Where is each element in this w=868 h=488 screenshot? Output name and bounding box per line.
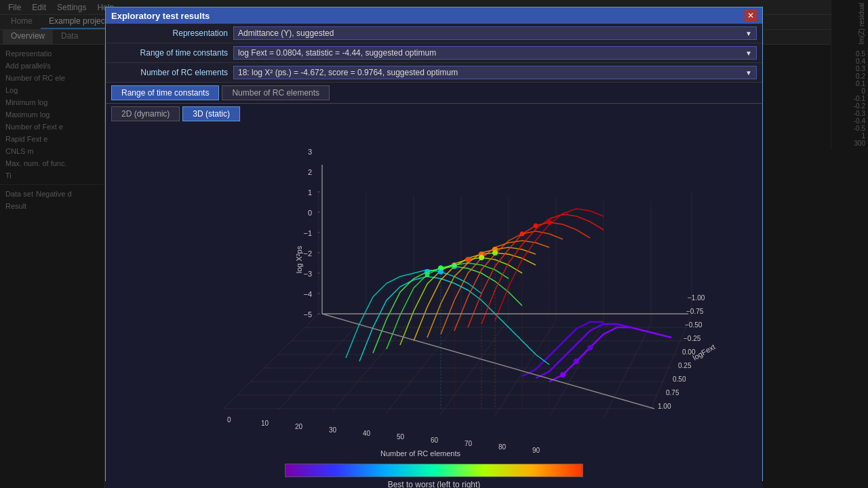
rc-elements-row: Number of RC elements 18: log X² (ps.) =… (106, 63, 762, 83)
colorbar (285, 464, 583, 477)
svg-text:70: 70 (465, 440, 473, 447)
colorbar-label: Best to worst (left to right) (388, 480, 481, 488)
svg-text:−4: −4 (303, 290, 312, 298)
svg-text:−0.75: −0.75 (686, 308, 704, 315)
rc-elements-label: Number of RC elements (111, 68, 233, 77)
chart-svg: −5 −4 −3 −2 −1 0 1 2 3 log X²ps 0 10 20 … (106, 124, 762, 456)
dialog-view-tabs: 2D (dynamic) 3D (static) (106, 104, 762, 124)
svg-text:0.50: 0.50 (673, 375, 686, 383)
time-constants-label: Range of time constants (111, 48, 233, 58)
colorbar-container: Best to worst (left to right) (106, 458, 762, 488)
chevron-down-icon (745, 28, 752, 38)
time-constants-dropdown[interactable]: log Fext = 0.0804, statistic = -4.44, su… (233, 46, 757, 60)
dialog-titlebar: Exploratory test results ✕ (106, 7, 762, 24)
svg-text:−5: −5 (303, 310, 312, 319)
svg-point-87 (560, 372, 566, 378)
svg-text:1: 1 (308, 188, 312, 197)
svg-text:20: 20 (295, 423, 303, 430)
svg-text:3: 3 (308, 148, 312, 156)
svg-text:10: 10 (261, 420, 269, 427)
svg-text:0: 0 (308, 209, 312, 217)
dialog-title: Exploratory test results (111, 11, 210, 21)
representation-value: Admittance (Y), suggested (238, 28, 334, 38)
svg-text:0.25: 0.25 (678, 362, 692, 369)
svg-text:−1.00: −1.00 (688, 294, 705, 302)
tab-2d-dynamic[interactable]: 2D (dynamic) (111, 106, 180, 121)
dialog: Exploratory test results ✕ Representatio… (105, 7, 763, 481)
svg-text:90: 90 (532, 447, 540, 454)
svg-text:log X²ps: log X²ps (295, 245, 303, 273)
svg-text:40: 40 (363, 430, 371, 437)
svg-text:−3: −3 (303, 270, 312, 278)
svg-text:60: 60 (431, 436, 439, 444)
chevron-down-icon-3 (745, 68, 752, 77)
representation-dropdown[interactable]: Admittance (Y), suggested (233, 26, 757, 40)
svg-point-88 (574, 359, 579, 364)
svg-text:1.00: 1.00 (658, 403, 671, 410)
dialog-close-button[interactable]: ✕ (745, 9, 757, 22)
svg-point-85 (439, 266, 443, 270)
time-constants-row: Range of time constants log Fext = 0.080… (106, 43, 762, 63)
svg-point-80 (534, 224, 538, 228)
rc-elements-dropdown[interactable]: 18: log X² (ps.) = -4.672, score = 0.976… (233, 66, 757, 79)
svg-point-66 (465, 257, 471, 262)
svg-text:−0.50: −0.50 (685, 321, 703, 329)
svg-text:Number of RC elements: Number of RC elements (380, 449, 460, 456)
svg-text:2: 2 (308, 168, 312, 176)
representation-label: Representation (111, 28, 233, 38)
svg-text:0.75: 0.75 (666, 389, 679, 396)
svg-text:−2: −2 (303, 249, 312, 258)
svg-point-86 (452, 263, 457, 268)
chart-svg-container: −5 −4 −3 −2 −1 0 1 2 3 log X²ps 0 10 20 … (106, 124, 762, 458)
rc-elements-value: 18: log X² (ps.) = -4.672, score = 0.976… (238, 68, 458, 77)
tab-range-time-constants[interactable]: Range of time constants (111, 85, 219, 100)
svg-text:−1: −1 (303, 229, 312, 237)
tab-3d-static[interactable]: 3D (static) (182, 106, 240, 121)
svg-text:−0.25: −0.25 (684, 335, 701, 342)
dialog-overlay: Exploratory test results ✕ Representatio… (0, 0, 868, 488)
dialog-tabs: Range of time constants Number of RC ele… (106, 83, 762, 104)
svg-rect-0 (115, 124, 753, 456)
svg-point-84 (425, 272, 430, 277)
svg-text:80: 80 (498, 443, 507, 451)
representation-row: Representation Admittance (Y), suggested (106, 24, 762, 43)
svg-text:0: 0 (227, 416, 231, 424)
svg-text:30: 30 (329, 426, 337, 434)
chart-area: −5 −4 −3 −2 −1 0 1 2 3 log X²ps 0 10 20 … (106, 124, 762, 488)
time-constants-value: log Fext = 0.0804, statistic = -4.44, su… (238, 48, 436, 58)
tab-num-rc-elements[interactable]: Number of RC elements (222, 85, 330, 100)
svg-point-89 (587, 345, 593, 350)
svg-text:50: 50 (397, 433, 405, 441)
chevron-down-icon-2 (745, 48, 752, 58)
